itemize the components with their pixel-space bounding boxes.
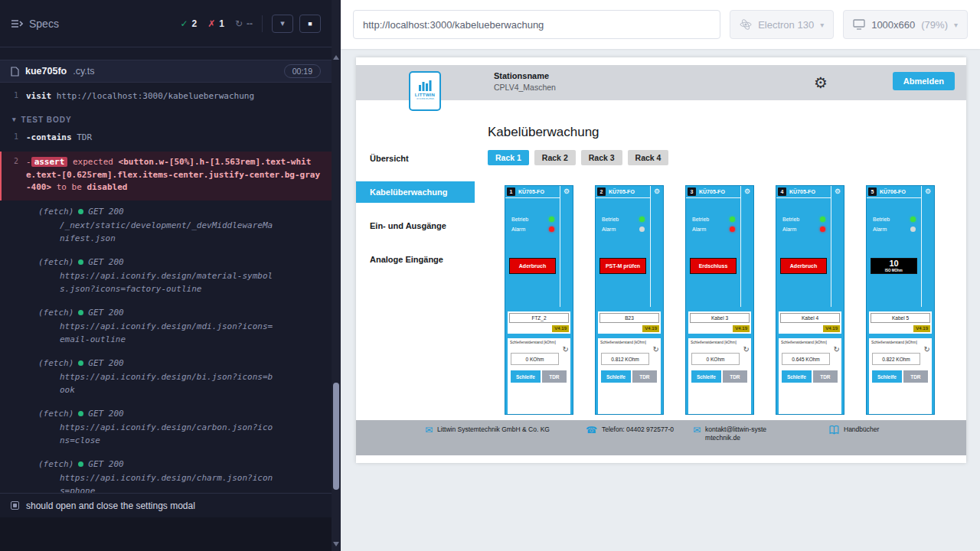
schleife-button[interactable]: Schleife [601,370,631,383]
chevron-down-icon: ▾ [280,18,285,28]
tdr-button[interactable]: TDR [542,370,567,383]
specs-toggle[interactable]: Specs [11,18,59,30]
measurement-label: Schleifenwiderstand [kOhm] [781,341,828,344]
alarm-label: Alarm [782,227,796,232]
alarm-label: Alarm [692,227,706,232]
tdr-button[interactable]: TDR [813,370,838,383]
test-body-section-header[interactable]: ▾ TEST BODY [0,106,332,129]
footer-phone: ☎ Telefon: 04402 972577-0 [586,425,693,435]
refresh-icon[interactable]: ↻ [563,345,569,354]
tab-rack-3[interactable]: Rack 3 [581,150,622,165]
card-gear-icon[interactable]: ⚙ [925,187,931,307]
stop-icon: ■ [308,20,312,28]
fetch-label: (fetch) [38,459,74,469]
url-input[interactable] [353,10,720,39]
measurement-label: Schleifenwiderstand [kOhm] [510,341,557,344]
tdr-button[interactable]: TDR [723,370,747,383]
specs-list-icon [11,18,23,29]
command-assert-failed[interactable]: 2 -assert expected <button.w-[50%].h-[1.… [0,152,332,201]
card-number: 2 [597,187,606,196]
card-number: 5 [868,187,877,196]
betrieb-led [639,217,645,222]
alarm-led [639,227,645,232]
spec-file-row[interactable]: kue705fo .cy.ts 00:19 [0,60,332,83]
collapse-button[interactable]: ▾ [272,15,293,33]
aut-toolbar: Electron 130 ▾ 1000x660 (79%) ▾ [341,0,980,49]
phone-icon: ☎ [586,425,597,435]
footer-manuals[interactable]: Handbücher [829,425,879,435]
station-label: Stationsname [494,71,556,80]
card-gear-icon[interactable]: ⚙ [654,187,660,307]
card-gear-icon[interactable]: ⚙ [564,187,570,307]
phone-number: Telefon: 04402 972577-0 [602,425,678,434]
sidebar-item-ein-und-ausgaenge[interactable]: Ein- und Ausgänge [356,215,475,236]
viewport-select[interactable]: 1000x660 (79%) ▾ [843,10,968,39]
card-model: KÜ705-FO [518,189,544,194]
schleife-button[interactable]: Schleife [511,370,541,383]
command-contains[interactable]: 1 -contains TDR [0,129,332,148]
status-ok-dot [78,310,83,315]
tab-rack-1[interactable]: Rack 1 [488,150,529,165]
fetch-label: (fetch) [38,358,74,368]
tdr-button[interactable]: TDR [632,370,657,383]
card-gear-icon[interactable]: ⚙ [744,187,750,307]
reporter-header: Specs ✓ 2 ✗ 1 ↻ -- ▾ [0,0,332,47]
betrieb-label: Betrieb [873,217,890,222]
betrieb-led [730,217,735,222]
footer-email: ✉ kontakt@littwin-systemtechnik.de [693,425,829,443]
fetch-url: https://api.iconify.design/charm.json?ic… [38,471,276,493]
book-icon [829,425,839,435]
fetch-label: (fetch) [38,409,74,419]
scrollbar-thumb[interactable] [333,383,339,490]
iso-unit: ISO MOhm [885,269,903,272]
reporter-scrollbar[interactable] [332,0,341,551]
measurement-label: Schleifenwiderstand [kOhm] [871,341,918,344]
betrieb-led [820,217,825,222]
browser-select[interactable]: Electron 130 ▾ [730,10,834,39]
fetch-log-entry[interactable]: (fetch) GET 200 https://api.iconify.desi… [0,352,332,403]
fetch-log-entry[interactable]: (fetch) GET 200 https://api.iconify.desi… [0,302,332,352]
assert-to-be: to be [57,182,82,192]
settings-gear-icon[interactable]: ⚙ [814,73,828,92]
sidebar-item-kabelueberwachung[interactable]: Kabelüberwachung [356,181,475,203]
fetch-log-entry[interactable]: (fetch) GET 200 https://api.iconify.desi… [0,403,332,453]
manuals-link[interactable]: Handbücher [844,425,879,434]
sidebar-item-uebersicht[interactable]: Übersicht [356,148,475,169]
fetch-label: (fetch) [38,207,74,217]
fetch-log-entry[interactable]: (fetch) GET 200 https://api.iconify.desi… [0,453,332,493]
betrieb-label: Betrieb [602,217,619,222]
refresh-icon[interactable]: ↻ [653,345,659,354]
command-visit[interactable]: 1 visit http://localhost:3000/kabelueber… [0,87,332,106]
logo-word: LITTWIN [415,93,435,97]
betrieb-label: Betrieb [692,217,709,222]
fetch-log-entry[interactable]: (fetch) GET 200 https://api.iconify.desi… [0,251,332,302]
scroll-up-arrow[interactable] [333,55,339,60]
tdr-button[interactable]: TDR [903,370,928,383]
scroll-down-arrow[interactable] [333,542,339,546]
card-gear-icon[interactable]: ⚙ [835,187,841,307]
refresh-icon[interactable]: ↻ [924,345,930,354]
logout-button[interactable]: Abmelden [893,72,955,90]
logo-subtitle: SYSTEMTECHNIK [416,98,434,100]
next-test-row[interactable]: should open and close the settings modal [0,493,332,517]
measurement-label: Schleifenwiderstand [kOhm] [600,341,647,344]
schleife-button[interactable]: Schleife [872,370,902,383]
status-ok-dot [78,209,83,214]
schleife-button[interactable]: Schleife [691,370,721,383]
sidebar-item-analoge-eingaenge[interactable]: Analoge Eingänge [356,249,475,270]
device-cards: 1 KÜ705-FO Betrieb Alarm Aderbruch ⚙ [488,185,966,415]
tab-rack-2[interactable]: Rack 2 [534,150,576,165]
betrieb-led [549,217,554,222]
alarm-led [549,227,554,232]
stop-button[interactable]: ■ [299,15,321,33]
schleife-button[interactable]: Schleife [782,370,812,383]
email-envelope-icon: ✉ [693,425,701,435]
tab-rack-4[interactable]: Rack 4 [628,150,669,165]
device-card-2: 2 KÜ705-FO Betrieb Alarm PST-M prüfen ⚙ [595,185,664,415]
fetch-log-entry[interactable]: (fetch) GET 200 /_next/static/developmen… [0,201,332,251]
refresh-icon[interactable]: ↻ [743,345,750,354]
refresh-icon[interactable]: ↻ [834,345,840,354]
cross-icon: ✗ [207,18,215,29]
runner-actions: ▾ ■ [272,15,321,33]
alarm-led [820,227,825,232]
